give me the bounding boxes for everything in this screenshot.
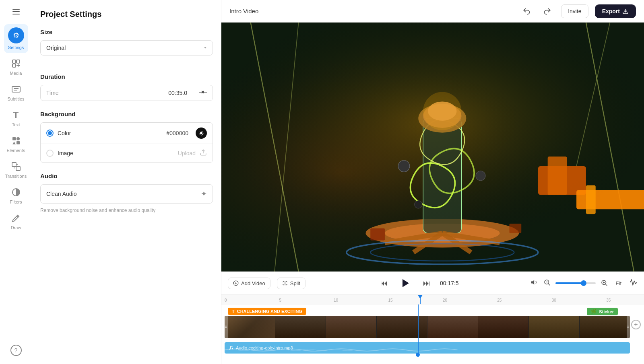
playhead-dot	[416, 353, 420, 357]
undo-button[interactable]	[519, 4, 534, 19]
zoom-out-button[interactable]	[543, 279, 551, 288]
svg-rect-8	[12, 86, 20, 92]
main-area: Intro Video Invite Export	[221, 0, 644, 364]
upload-icon[interactable]	[200, 149, 207, 158]
ruler-mark-20: 20	[443, 298, 447, 302]
svg-rect-4	[17, 60, 20, 63]
color-picker-button[interactable]	[196, 128, 207, 139]
zoom-slider-thumb[interactable]	[581, 280, 586, 286]
ruler-mark-0: 0	[225, 298, 227, 302]
sidebar-item-media[interactable]: Media	[4, 55, 28, 79]
track-handle-left[interactable]: ⠿	[225, 316, 228, 338]
upload-text: Upload	[129, 150, 196, 156]
clean-audio-button[interactable]: Clean Audio ✦	[40, 184, 213, 204]
timeline-add-button[interactable]: +	[631, 320, 641, 329]
skip-back-button[interactable]: ⏮	[377, 278, 391, 289]
size-select[interactable]: Original 16:9 9:16 1:1	[40, 40, 213, 56]
invite-button[interactable]: Invite	[561, 4, 588, 18]
sticker-icon: 🌿	[591, 309, 597, 314]
sidebar-item-draw[interactable]: Draw	[4, 209, 28, 233]
svg-rect-50	[548, 156, 567, 195]
fit-button[interactable]: Fit	[613, 279, 625, 288]
svg-rect-1	[12, 11, 20, 12]
sidebar-item-filters[interactable]: Filters	[4, 183, 28, 208]
time-display: 00:17:5	[440, 280, 459, 286]
text-chip-icon: T	[232, 309, 235, 314]
svg-marker-62	[531, 280, 534, 285]
sidebar-item-text[interactable]: T Text	[4, 106, 28, 130]
waveform-icon[interactable]	[630, 278, 638, 288]
color-option-row[interactable]: Color #000000	[41, 123, 213, 144]
timeline-ruler: 0 5 10 15 20 25 30 35	[221, 295, 644, 304]
add-video-button[interactable]: Add Video	[228, 278, 270, 289]
ruler-mark-30: 30	[552, 298, 556, 302]
duration-section: Duration Time 00:35.0	[40, 73, 213, 101]
video-frame	[427, 316, 478, 338]
image-radio[interactable]	[46, 150, 54, 157]
zoom-slider[interactable]	[555, 282, 596, 284]
audio-section: Audio Clean Audio ✦ Remove background no…	[40, 173, 213, 213]
volume-icon[interactable]	[530, 278, 539, 288]
video-frame	[225, 316, 275, 338]
sticker-chip[interactable]: 🌿 Sticker	[587, 308, 618, 315]
svg-rect-0	[12, 9, 20, 10]
duration-row: Time 00:35.0	[40, 85, 213, 101]
redo-button[interactable]	[540, 4, 555, 19]
duration-value: 00:35.0	[163, 85, 193, 101]
svg-marker-13	[12, 142, 16, 144]
play-button[interactable]	[397, 275, 413, 291]
sidebar-item-transitions[interactable]: Transitions	[4, 158, 28, 182]
sidebar-item-transitions-label: Transitions	[5, 174, 27, 179]
hamburger-button[interactable]	[8, 5, 24, 20]
video-track[interactable]	[225, 316, 630, 338]
media-icon	[10, 58, 22, 69]
color-radio[interactable]	[46, 130, 54, 137]
text-icon: T	[10, 109, 22, 121]
ruler-mark-10: 10	[334, 298, 338, 302]
svg-rect-14	[17, 141, 20, 144]
playhead-triangle-icon	[418, 295, 423, 299]
size-section: Size Original 16:9 9:16 1:1	[40, 29, 213, 64]
right-controls: Fit	[530, 278, 638, 288]
duration-time-label: Time	[41, 85, 163, 101]
svg-rect-52	[586, 185, 596, 214]
zoom-slider-fill	[555, 282, 582, 284]
sidebar-item-help[interactable]: ?	[4, 341, 28, 359]
svg-point-42	[398, 160, 410, 172]
track-handle-right[interactable]: ⠿	[627, 316, 630, 338]
video-preview	[221, 23, 644, 271]
subtitles-icon	[10, 84, 22, 95]
sidebar-item-elements[interactable]: Elements	[4, 132, 28, 156]
elements-icon	[10, 135, 22, 146]
video-frame	[275, 316, 326, 338]
color-option-label: Color	[58, 130, 162, 136]
play-icon	[402, 279, 409, 287]
ruler-mark-25: 25	[497, 298, 502, 302]
svg-line-67	[605, 284, 607, 286]
playhead-ruler	[420, 295, 421, 304]
video-frame	[580, 316, 630, 338]
text-overlay-chip[interactable]: T CHALLENGING AND EXCITING	[228, 308, 306, 315]
background-section: Background Color #000000 Image Upload	[40, 111, 213, 163]
background-label: Background	[40, 111, 213, 117]
background-options: Color #000000 Image Upload	[40, 122, 213, 163]
size-label: Size	[40, 29, 213, 35]
skip-forward-button[interactable]: ⏭	[420, 278, 433, 289]
svg-point-44	[415, 201, 422, 208]
settings-panel: Project Settings Size Original 16:9 9:16…	[32, 0, 221, 364]
svg-point-25	[200, 132, 202, 134]
sidebar-item-settings[interactable]: ⚙ Settings	[4, 24, 28, 53]
sidebar-item-subtitles-label: Subtitles	[7, 97, 24, 101]
color-hex-value: #000000	[166, 130, 188, 136]
image-option-row[interactable]: Image Upload	[41, 144, 213, 162]
export-button[interactable]: Export	[595, 4, 636, 18]
svg-rect-2	[12, 14, 20, 14]
svg-rect-16	[16, 167, 20, 171]
split-button[interactable]: Split	[277, 278, 305, 289]
zoom-in-button[interactable]	[601, 279, 608, 288]
svg-rect-33	[423, 118, 461, 233]
audio-track[interactable]: Audio exciting-epic-intro.mp3	[225, 342, 630, 354]
sidebar-item-subtitles[interactable]: Subtitles	[4, 80, 28, 105]
duration-expand-button[interactable]	[193, 85, 213, 101]
project-title: Intro Video	[229, 8, 513, 14]
